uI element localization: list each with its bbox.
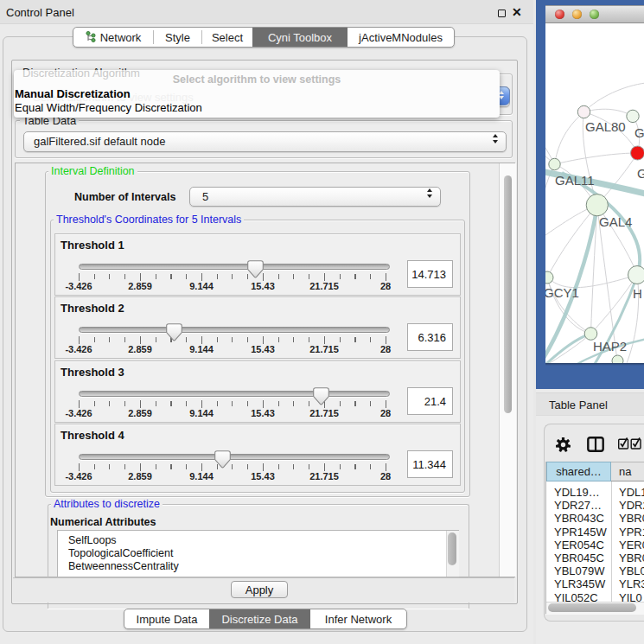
svg-text:G: G [637,166,644,181]
svg-text:GAL11: GAL11 [555,173,595,188]
svg-text:HAP2: HAP2 [593,339,627,354]
svg-text:GAL80: GAL80 [585,119,626,134]
svg-text:GCY1: GCY1 [545,285,579,300]
svg-text:GA: GA [634,125,644,140]
svg-text:H: H [633,286,642,301]
svg-text:GAL4: GAL4 [599,214,632,229]
